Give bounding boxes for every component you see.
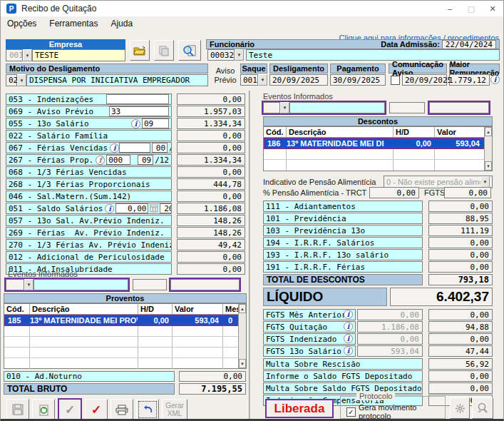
evento-desc-input[interactable] [34,279,128,290]
desconto-item-value: 0,00 [428,249,493,260]
evento-dropdown[interactable]: ▼ [24,279,34,290]
calendar-grid-icon[interactable] [150,204,158,213]
pagamento-date-field[interactable]: 30/09/2025 [330,74,386,86]
empresa-header: Empresa [6,39,125,49]
verba-months-field[interactable]: 00 [152,143,168,153]
funcionario-code-spinner[interactable]: ▼ [235,49,244,61]
fgts-row-value: 94,88 [428,321,493,333]
verba-extra-field[interactable]: 33 [109,106,169,116]
confirm-gray-button[interactable]: ✓ [58,398,82,421]
evento-dropdown-right[interactable]: ▼ [280,102,289,113]
menu-ferramentas[interactable]: Ferramentas [43,16,104,31]
scroll-up-icon[interactable]: ▲ [485,127,492,136]
gera-movimento-checkbox[interactable]: ✓ [346,407,356,417]
open-button[interactable] [130,40,150,61]
verba-suffix: /12 [155,156,169,165]
fgts-row-base: 593,04 [357,345,423,357]
f-icon[interactable]: f [96,156,105,165]
info-icon[interactable]: i [344,334,353,343]
desconto-item-label: 194 - I.R.R.F. Salários [263,237,423,248]
descontos-selected-row[interactable]: 186 13º MATERNIDADE MEI DI 0,00 593,04 [264,138,492,149]
comunicacao-aviso-date[interactable]: 20/09/2025 [402,74,447,86]
desconto-item-label: 193 - I.R.R.F. 13o salário [263,249,423,260]
evento-value-input-right[interactable] [429,102,489,113]
scroll-down-icon[interactable]: ▼ [485,161,492,171]
close-button[interactable]: ✕ [482,1,503,16]
extra-row-value: 0,00 [428,370,493,382]
verba-extra-field[interactable]: 09 [142,118,169,128]
evento-code-input[interactable] [6,279,24,290]
extra-row-value: 0,00 [428,382,493,394]
evento-hd-input-left[interactable] [133,279,167,290]
descontos-scrollbar[interactable]: ▲ ▼ [484,127,492,171]
recibo-quitacao-window: P Recibo de Quitação – ▢ ✕ Opções Ferram… [0,0,504,421]
pensao-pct-value: 0,00 [369,187,419,198]
maior-remuneracao-info-icon[interactable]: i [490,75,500,84]
desligamento-date-field[interactable]: 20/09/2025 [269,74,328,86]
verba-extra-field[interactable] [119,143,150,153]
evento-code-input-right[interactable] [263,102,280,113]
minimize-button[interactable]: – [439,1,461,16]
menu-ajuda[interactable]: Ajuda [104,16,139,31]
eventos-informados-left-label: Eventos Informados [8,270,78,278]
verba-extra-field[interactable]: 0,00 [115,203,148,213]
gray-check-icon: ✓ [65,402,75,417]
motivo-code-field[interactable]: 02 [6,74,17,86]
verba-value: 0,00 [177,263,245,275]
evento-value-input-left[interactable] [170,279,240,290]
fgts-row-label: FGTS Quitação [263,321,356,333]
funcionario-name-field[interactable]: Teste [246,49,500,61]
motivo-descricao-field[interactable]: DISPENSA POR INICIATIVA EMPREGADOR [26,74,208,86]
evento-desc-input-right[interactable] [289,102,385,113]
info-icon[interactable]: i [344,310,353,319]
scroll-down-icon[interactable]: ▼ [239,359,246,368]
menu-opcoes[interactable]: Opções [1,16,43,31]
verba-months-field[interactable]: 09 [138,155,153,165]
aviso-previo-label: Aviso Prévio [212,65,239,86]
comunicacao-aviso-checkbox[interactable] [391,76,400,85]
verba-label: 269 - Férias Av. Prévio Indeniz. [6,227,172,238]
info-icon[interactable]: i [105,204,114,213]
pensao-pct-label: % Pensão Alimentícia - TRCT [263,187,366,198]
empresa-code-field[interactable]: 0013 [6,49,23,61]
saque-spinner[interactable]: ▼ [258,74,267,86]
info-icon[interactable]: i [110,143,119,153]
extra-row-value: 56,92 [428,358,493,370]
gerar-xml-button[interactable]: Gerar XML [162,399,187,420]
save-button[interactable] [6,399,29,420]
proventos-scrollbar[interactable]: ▲ ▼ [238,304,246,368]
verba-value: 0,00 [177,166,245,178]
proventos-selected-row[interactable]: 185 13º MATERNIDADE MEI PROV 0,00 593,04… [4,315,246,326]
undo-button[interactable] [136,399,159,420]
verba-extra-field[interactable] [106,94,169,104]
info-icon[interactable]: i [131,119,140,128]
approve-button[interactable]: ✓ [85,399,108,420]
proventos-title: Proventos [4,293,247,303]
copy-button[interactable] [154,40,174,61]
motivo-header: Motivo do Desligamento [6,64,208,73]
verba-days-field[interactable]: 20 [160,203,172,213]
verba-extra-field[interactable]: 000 [106,155,130,165]
desconto-item-value: 0,00 [428,261,493,273]
protocol-stamp-button[interactable] [450,397,470,419]
maximize-button[interactable]: ▢ [461,1,482,16]
motivo-spinner[interactable]: ▼ [17,74,26,86]
gera-movimento-label: Gera movimento protocolo [359,403,445,420]
scroll-up-icon[interactable]: ▲ [239,304,246,313]
empresa-name-field[interactable]: TESTE [32,49,125,61]
print-button[interactable] [110,399,133,420]
verba-label: 267 - Férias Prop. [9,156,93,165]
funcionario-code-field[interactable]: 00032 [207,49,235,61]
search-button[interactable] [178,40,201,61]
saque-field[interactable]: 001 [240,74,258,86]
empresa-code-spinner[interactable]: ▼ [23,49,32,61]
delete-button[interactable] [32,399,55,420]
info-icon[interactable]: i [344,322,353,331]
verba-value: 1.957,03 [177,106,245,117]
sign-search-button[interactable] [472,397,493,419]
save-disk-icon [12,404,24,415]
evento-hd-input-right[interactable] [389,102,425,113]
pensao-fgts-label: FGTS [424,187,445,198]
info-icon[interactable]: i [344,346,353,355]
verba-label: 057 - 13o Sal. Av.Prévio Indeniz. [6,215,172,226]
